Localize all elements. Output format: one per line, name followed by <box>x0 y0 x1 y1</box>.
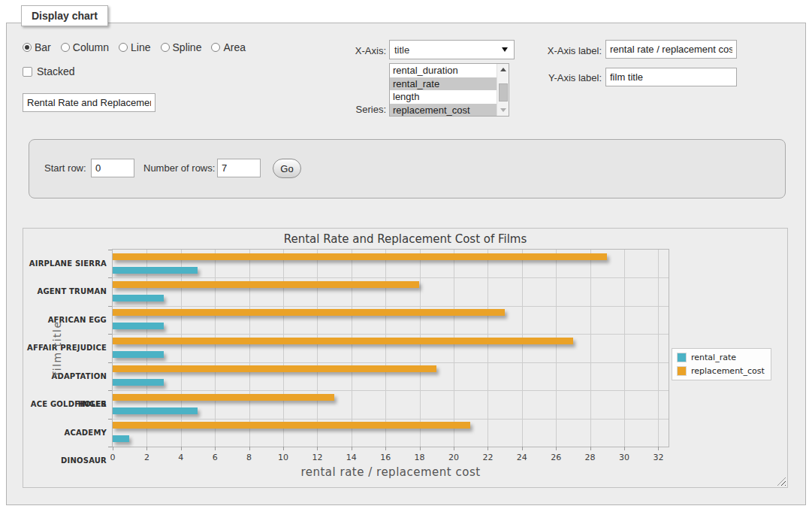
x-tick-mark <box>658 447 659 450</box>
y-tick-mark <box>108 277 112 278</box>
bar-replacement_cost <box>113 365 436 372</box>
category-label: AGENT TRUMAN <box>27 277 107 305</box>
legend-swatch-icon <box>677 353 687 362</box>
radio-label: Area <box>223 41 246 53</box>
x-axis-select-label: X-Axis: <box>346 45 386 56</box>
x-tick-label: 30 <box>619 453 629 462</box>
legend-entry-rental_rate: rental_rate <box>677 353 765 362</box>
x-tick-mark <box>181 447 182 450</box>
bar-rental_rate <box>113 379 164 386</box>
bar-replacement_cost <box>113 422 470 429</box>
gridline <box>181 250 182 447</box>
x-axis-label-input[interactable] <box>605 40 737 59</box>
x-tick-mark <box>624 447 625 450</box>
y-tick-mark <box>108 334 112 335</box>
chart-plot-area: 02468101214161820222426283032AIRPLANE SI… <box>112 249 669 447</box>
y-tick-mark <box>108 362 112 363</box>
x-tick-label: 0 <box>110 453 116 462</box>
chart-title-input[interactable] <box>23 93 155 112</box>
x-tick-mark <box>454 447 454 450</box>
y-tick-mark <box>108 419 112 420</box>
bar-rental_rate <box>113 351 164 358</box>
category-label: AIRPLANE SIERRA <box>27 250 107 277</box>
category-label: ACADEMY DINOSAUR <box>27 419 107 447</box>
x-tick-label: 14 <box>346 453 357 462</box>
scroll-down-button[interactable] <box>497 105 509 116</box>
gridline <box>658 250 659 447</box>
x-tick-mark <box>317 447 318 450</box>
x-tick-mark <box>146 447 147 450</box>
gridline <box>113 277 669 278</box>
x-axis-label-label: X-Axis label: <box>534 45 602 56</box>
arrow-down-icon <box>500 108 506 112</box>
stacked-option[interactable]: Stacked <box>23 65 75 77</box>
start-row-label: Start row: <box>44 162 86 174</box>
x-tick-label: 18 <box>415 453 425 462</box>
gridline <box>590 250 591 447</box>
series-options: rental_durationrental_ratelengthreplacem… <box>390 64 497 116</box>
scroll-up-button[interactable] <box>497 64 509 75</box>
series-option-length[interactable]: length <box>390 90 497 104</box>
category-label: ADAPTATION HOLES <box>27 362 107 390</box>
start-row-input[interactable] <box>91 159 134 177</box>
scrollbar-thumb[interactable] <box>499 83 508 101</box>
radio-circle-icon[interactable] <box>23 43 32 52</box>
series-scrollbar[interactable] <box>497 64 509 116</box>
number-of-rows-label: Number of rows: <box>143 162 215 174</box>
radio-circle-icon[interactable] <box>61 43 70 52</box>
x-tick-label: 24 <box>517 453 527 462</box>
radio-label: Line <box>131 41 150 53</box>
x-tick-label: 26 <box>551 453 561 462</box>
gridline <box>624 250 625 447</box>
chart-type-radio-line[interactable]: Line <box>119 41 150 53</box>
bar-replacement_cost <box>113 253 607 260</box>
x-tick-label: 2 <box>144 453 149 462</box>
y-tick-mark <box>108 390 112 391</box>
radio-label: Spline <box>173 41 202 53</box>
chart-title: Rental Rate and Replacement Cost of Film… <box>23 232 787 246</box>
row-range-panel: Start row: Number of rows: Go <box>29 139 786 198</box>
bar-rental_rate <box>113 435 129 442</box>
chart-type-radio-group: BarColumnLineSplineArea <box>23 41 246 53</box>
gridline <box>454 250 454 447</box>
number-of-rows-input[interactable] <box>217 159 261 177</box>
chart-legend: rental_ratereplacement_cost <box>672 348 771 380</box>
chart-type-radio-spline[interactable]: Spline <box>161 41 202 53</box>
chart-type-radio-column[interactable]: Column <box>61 41 109 53</box>
radio-circle-icon[interactable] <box>211 43 220 52</box>
gridline <box>317 250 318 447</box>
bar-rental_rate <box>113 267 198 274</box>
x-tick-mark <box>420 447 421 450</box>
y-axis-label-input[interactable] <box>605 68 737 86</box>
go-button[interactable]: Go <box>273 159 301 178</box>
bar-rental_rate <box>113 407 198 414</box>
series-option-rental_duration[interactable]: rental_duration <box>390 64 497 77</box>
radio-circle-icon[interactable] <box>161 43 170 52</box>
fieldset-legend: Display chart <box>21 5 108 26</box>
x-tick-mark <box>113 447 113 450</box>
chart-container: Rental Rate and Replacement Cost of Film… <box>23 228 788 488</box>
legend-label: rental_rate <box>691 353 736 362</box>
chart-type-radio-area[interactable]: Area <box>211 41 246 53</box>
radio-circle-icon[interactable] <box>119 43 128 52</box>
chart-type-radio-bar[interactable]: Bar <box>23 41 51 53</box>
x-tick-mark <box>590 447 591 450</box>
resize-grip-icon[interactable] <box>777 477 786 486</box>
stacked-checkbox[interactable] <box>23 67 32 77</box>
series-multiselect[interactable]: rental_durationrental_ratelengthreplacem… <box>389 63 509 117</box>
series-option-rental_rate[interactable]: rental_rate <box>390 77 497 91</box>
gridline <box>113 306 669 307</box>
x-tick-mark <box>556 447 557 450</box>
x-tick-label: 6 <box>213 453 218 462</box>
gridline <box>113 390 669 391</box>
chart-x-axis-title: rental rate / replacement cost <box>112 465 669 479</box>
gridline <box>522 250 523 447</box>
x-tick-label: 16 <box>380 453 391 462</box>
x-axis-select[interactable]: title <box>389 40 515 59</box>
series-option-replacement_cost[interactable]: replacement_cost <box>390 104 497 117</box>
gridline <box>146 250 147 447</box>
x-tick-label: 12 <box>312 453 322 462</box>
x-tick-mark <box>522 447 523 450</box>
bar-rental_rate <box>113 323 164 329</box>
gridline <box>352 250 352 447</box>
